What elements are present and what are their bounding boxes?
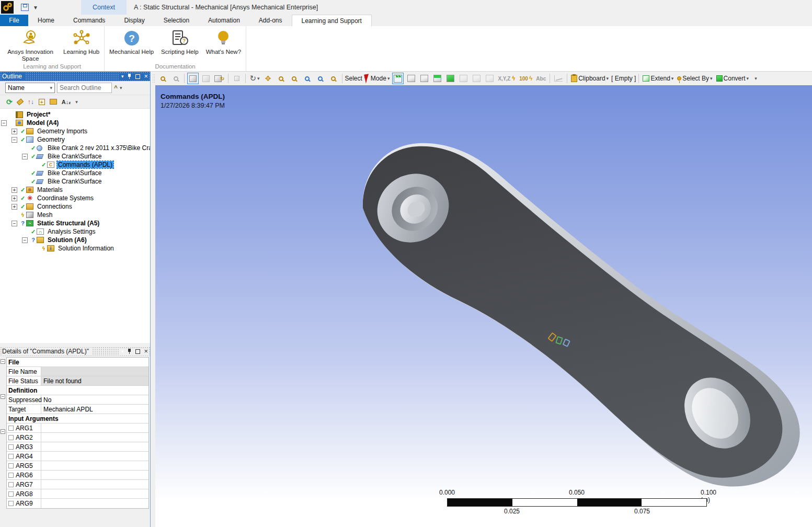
tree-item-geometry-imports[interactable]: +✓Geometry Imports	[0, 127, 150, 135]
vertex-filter-button[interactable]	[405, 73, 417, 84]
element-face-filter-button[interactable]	[471, 73, 482, 84]
details-menu-caret-icon[interactable]: ▾	[121, 349, 124, 354]
details-row-value[interactable]	[41, 480, 148, 489]
tree-item-coordinate-systems[interactable]: +✓✳Coordinate Systems	[0, 194, 150, 202]
eraser-icon[interactable]	[16, 98, 24, 105]
details-row-value[interactable]	[41, 489, 148, 498]
menu-tab-commands[interactable]: Commands	[64, 15, 115, 26]
edge-filter-button[interactable]	[418, 73, 430, 84]
menu-tab-selection[interactable]: Selection	[154, 15, 199, 26]
tree-item-static-structural-a5[interactable]: −?~Static Structural (A5)	[0, 219, 150, 227]
chart-button[interactable]	[553, 73, 564, 84]
argument-checkbox[interactable]	[8, 435, 14, 440]
details-row-value[interactable]: Mechanical APDL	[41, 405, 148, 414]
collapse-icon[interactable]: −	[1, 120, 7, 126]
tree-item-connections[interactable]: +✓Connections	[0, 202, 150, 211]
filter-type-select[interactable]: Name▾	[5, 83, 55, 93]
tree-item-commands-apdl[interactable]: ✓CCommands (APDL)	[0, 161, 150, 169]
viewports-button[interactable]	[231, 73, 243, 84]
tree-item-model-a4[interactable]: −Model (A4)	[0, 119, 150, 127]
learning-hub-button[interactable]: Learning Hub	[60, 27, 103, 55]
panel-splitter[interactable]	[0, 343, 150, 347]
details-row-value[interactable]	[41, 423, 148, 432]
tree-item-materials[interactable]: +✓Materials	[0, 186, 150, 194]
element-filter-button[interactable]	[484, 73, 495, 84]
extend-dropdown[interactable]: Extend▾	[642, 73, 674, 84]
argument-checkbox[interactable]	[8, 482, 14, 487]
collapse-icon[interactable]: −	[12, 221, 17, 226]
details-row-value[interactable]: No	[41, 395, 148, 404]
expand-all-icon[interactable]: +	[39, 99, 45, 105]
bike-crank-model[interactable]	[155, 85, 812, 527]
search-outline-input[interactable]	[57, 83, 112, 93]
node-filter-button[interactable]	[458, 73, 469, 84]
details-row-arg4[interactable]: ARG4	[7, 452, 148, 461]
vertical-splitter[interactable]	[151, 85, 155, 527]
search-options-caret-icon[interactable]: ▾	[120, 85, 122, 90]
clipboard-dropdown[interactable]: Clipboard▾	[570, 73, 610, 84]
zoom-magnify-button[interactable]	[302, 73, 313, 84]
tree-item-bike-crank-surface[interactable]: ✓Bike Crank\Surface	[0, 169, 150, 177]
details-group-row[interactable]: Input Arguments	[7, 414, 148, 423]
details-row-file-status[interactable]: File StatusFile not found	[7, 376, 148, 386]
collapse-icon[interactable]: −	[22, 154, 28, 159]
innovation-space-button[interactable]: Ansys Innovation Space	[1, 27, 60, 62]
details-row-value[interactable]	[41, 499, 148, 508]
group-collapse-icon[interactable]: −	[1, 394, 5, 399]
file-menu-tab[interactable]: File	[0, 15, 28, 26]
rotate-button[interactable]: ↻▾	[248, 73, 260, 84]
collapse-icon[interactable]: −	[12, 137, 17, 143]
geometry-viewport[interactable]: Commands (APDL) 1/27/2026 8:39:47 PM	[155, 85, 812, 527]
outline-toolbar-caret-icon[interactable]: ▾	[75, 99, 78, 105]
argument-checkbox[interactable]	[8, 501, 14, 506]
body-filter-button[interactable]	[444, 73, 456, 84]
details-close-icon[interactable]: ×	[144, 349, 148, 354]
expand-icon[interactable]: +	[12, 129, 17, 134]
details-row-arg9[interactable]: ARG9	[7, 499, 148, 508]
details-maximize-icon[interactable]	[135, 349, 140, 354]
group-collapse-icon[interactable]: −	[1, 359, 5, 364]
details-group-row[interactable]: File	[7, 358, 148, 367]
toolbar-grip-handle[interactable]	[152, 74, 155, 83]
menu-tab-automation[interactable]: Automation	[199, 15, 249, 26]
details-row-arg8[interactable]: ARG8	[7, 489, 148, 499]
tree-item-bike-crank-surface[interactable]: −✓Bike Crank\Surface	[0, 152, 150, 161]
details-row-suppressed[interactable]: SuppressedNo	[7, 395, 148, 405]
zoom-previous-button[interactable]	[157, 73, 168, 84]
menu-tab-add-ons[interactable]: Add-ons	[249, 15, 292, 26]
tree-item-bike-crank-2-rev-2011-x-375-bike-cra[interactable]: ✓Bike Crank 2 rev 2011 x.375\Bike Cra	[0, 144, 150, 152]
toolbar-overflow-caret-icon[interactable]: ▾	[754, 76, 757, 81]
tree-item-bike-crank-surface[interactable]: ✓Bike Crank\Surface	[0, 177, 150, 186]
details-row-value[interactable]	[41, 471, 148, 479]
collapse-icon[interactable]: −	[22, 237, 28, 243]
argument-checkbox[interactable]	[8, 454, 14, 459]
details-row-target[interactable]: TargetMechanical APDL	[7, 405, 148, 414]
select-flags-filter-button[interactable]	[392, 73, 404, 84]
zoom-box-button[interactable]	[276, 73, 287, 84]
select-by-dropdown[interactable]: Select By▾	[676, 73, 713, 84]
details-row-arg2[interactable]: ARG2	[7, 433, 148, 442]
zoom-next-button[interactable]	[170, 73, 181, 84]
argument-checkbox[interactable]	[8, 473, 14, 478]
tree-item-analysis-settings[interactable]: ✓∩Analysis Settings	[0, 227, 150, 236]
tree-item-mesh[interactable]: ϟMesh	[0, 211, 150, 219]
context-tab[interactable]: Context	[81, 0, 127, 15]
outline-menu-caret-icon[interactable]: ▾	[121, 74, 124, 79]
menu-tab-display[interactable]: Display	[115, 15, 154, 26]
mechanical-help-button[interactable]: ?Mechanical Help	[106, 27, 157, 55]
details-row-arg3[interactable]: ARG3	[7, 442, 148, 452]
save-icon[interactable]	[21, 4, 29, 11]
zoom-fit-button[interactable]	[315, 73, 326, 84]
tree-item-solution-a6[interactable]: −?Solution (A6)	[0, 236, 150, 244]
rescale-annotation-button[interactable]: ↻	[213, 73, 225, 84]
details-row-arg5[interactable]: ARG5	[7, 461, 148, 471]
details-row-arg7[interactable]: ARG7	[7, 480, 148, 489]
details-group-row[interactable]: Definition	[7, 386, 148, 395]
argument-checkbox[interactable]	[8, 463, 14, 468]
quick-access-caret-icon[interactable]: ▼	[33, 5, 38, 10]
convert-dropdown[interactable]: Convert▾	[715, 73, 750, 84]
details-row-value[interactable]	[41, 442, 148, 451]
details-row-value[interactable]	[41, 367, 148, 376]
menu-tab-learning-and-support[interactable]: Learning and Support	[292, 15, 372, 26]
tree-item-geometry[interactable]: −✓Geometry	[0, 135, 150, 144]
